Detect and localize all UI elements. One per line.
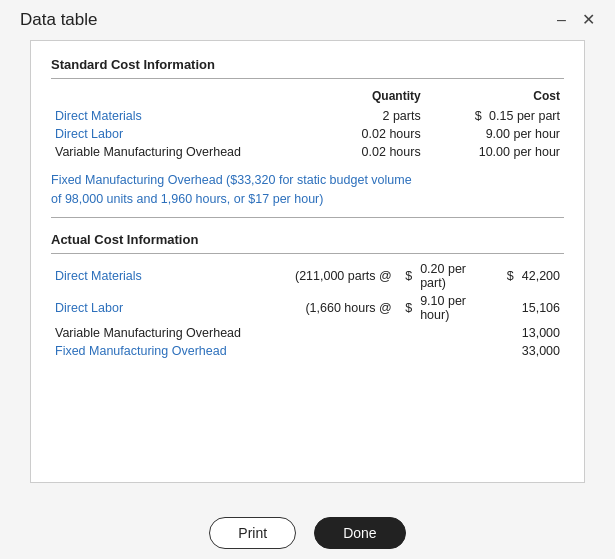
actual-section-title: Actual Cost Information [51,232,564,254]
std-label-cell: Variable Manufacturing Overhead [51,143,329,161]
actual-per-cell [416,342,497,360]
actual-table-row: Variable Manufacturing Overhead13,000 [51,324,564,342]
std-qty-header: Quantity [329,87,425,107]
std-cost-cell: $ 0.15 per part [425,107,564,125]
title-bar: Data table – ✕ [0,0,615,36]
actual-dollar1-cell: $ [396,260,416,292]
data-table-window: Data table – ✕ Standard Cost Information… [0,0,615,559]
std-table-row: Direct Labor0.02 hours9.00 per hour [51,125,564,143]
actual-table: Direct Materials(211,000 parts @$0.20 pe… [51,260,564,360]
actual-dollar1-cell: $ [396,292,416,324]
standard-table-header-row: Quantity Cost [51,87,564,107]
actual-detail-cell: (211,000 parts @ [264,260,396,292]
close-button[interactable]: ✕ [578,10,599,30]
fixed-note-line2: of 98,000 units and 1,960 hours, or $17 … [51,192,323,206]
std-cost-cell: 9.00 per hour [425,125,564,143]
actual-per-cell [416,324,497,342]
std-table-row: Direct Materials2 parts$ 0.15 per part [51,107,564,125]
std-table-row: Variable Manufacturing Overhead0.02 hour… [51,143,564,161]
actual-amount-cell: 13,000 [518,324,564,342]
minimize-button[interactable]: – [553,10,570,30]
title-bar-controls: – ✕ [553,10,599,30]
actual-label-cell: Fixed Manufacturing Overhead [51,342,264,360]
actual-table-row: Direct Labor(1,660 hours @$9.10 per hour… [51,292,564,324]
actual-table-row: Direct Materials(211,000 parts @$0.20 pe… [51,260,564,292]
std-qty-cell: 0.02 hours [329,125,425,143]
data-box: Standard Cost Information Quantity Cost … [30,40,585,483]
actual-label-cell: Direct Labor [51,292,264,324]
actual-dollar2-cell [497,342,517,360]
actual-amount-cell: 15,106 [518,292,564,324]
std-label-header [51,87,329,107]
actual-amount-cell: 42,200 [518,260,564,292]
std-label-cell: Direct Materials [51,107,329,125]
standard-section-title: Standard Cost Information [51,57,564,79]
actual-per-cell: 0.20 per part) [416,260,497,292]
actual-dollar2-cell: $ [497,260,517,292]
actual-dollar1-cell [396,342,416,360]
std-cost-cell: 10.00 per hour [425,143,564,161]
actual-detail-cell [264,342,396,360]
window-title: Data table [20,10,98,30]
actual-detail-cell [264,324,396,342]
button-row: Print Done [0,499,615,559]
fixed-overhead-note: Fixed Manufacturing Overhead ($33,320 fo… [51,171,564,218]
actual-dollar2-cell [497,292,517,324]
actual-table-row: Fixed Manufacturing Overhead33,000 [51,342,564,360]
actual-label-cell: Variable Manufacturing Overhead [51,324,264,342]
content-area: Standard Cost Information Quantity Cost … [0,36,615,499]
std-label-cell: Direct Labor [51,125,329,143]
std-qty-cell: 2 parts [329,107,425,125]
actual-amount-cell: 33,000 [518,342,564,360]
actual-section: Actual Cost Information Direct Materials… [51,232,564,360]
fixed-note-line1: Fixed Manufacturing Overhead ($33,320 fo… [51,173,412,187]
done-button[interactable]: Done [314,517,405,549]
actual-dollar2-cell [497,324,517,342]
actual-label-cell: Direct Materials [51,260,264,292]
actual-per-cell: 9.10 per hour) [416,292,497,324]
print-button[interactable]: Print [209,517,296,549]
actual-dollar1-cell [396,324,416,342]
actual-detail-cell: (1,660 hours @ [264,292,396,324]
std-cost-header: Cost [425,87,564,107]
standard-table: Quantity Cost Direct Materials2 parts$ 0… [51,87,564,161]
std-qty-cell: 0.02 hours [329,143,425,161]
